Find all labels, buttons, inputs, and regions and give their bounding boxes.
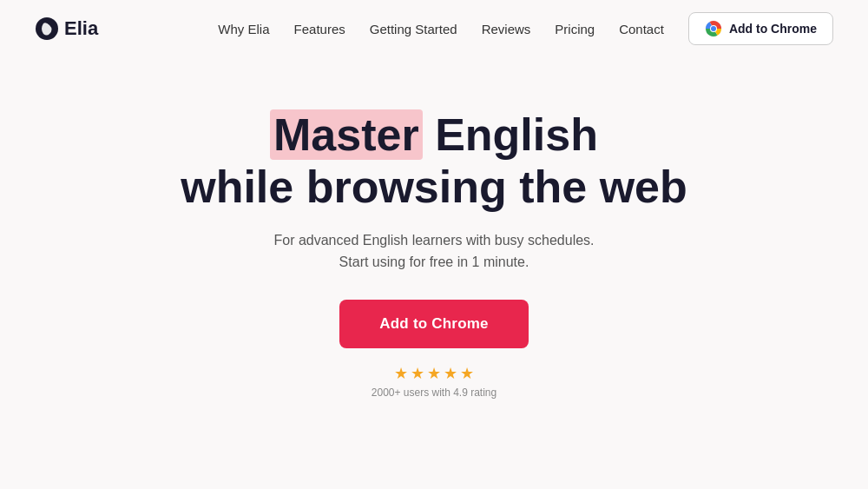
nav-why-elia[interactable]: Why Elia [218,22,269,36]
header: Elia Why Elia Features Getting Started R… [0,0,868,57]
logo-text: Elia [64,17,98,40]
nav-reviews[interactable]: Reviews [482,22,531,36]
hero-section: Master English while browsing the web Fo… [0,57,868,433]
hero-title-highlight: Master [270,109,423,160]
logo[interactable]: Elia [35,17,98,41]
nav-pricing[interactable]: Pricing [555,22,595,36]
nav-add-to-chrome-button[interactable]: Add to Chrome [688,12,833,45]
star-1: ★ [394,364,408,383]
star-2: ★ [411,364,424,383]
ratings-row: ★ ★ ★ ★ ★ 2000+ users with 4.9 rating [372,364,496,399]
hero-title: Master English while browsing the web [181,109,687,214]
star-3: ★ [427,364,441,383]
nav-getting-started[interactable]: Getting Started [370,22,457,36]
svg-point-3 [711,26,716,31]
nav-cta-label: Add to Chrome [729,22,817,36]
nav-contact[interactable]: Contact [619,22,664,36]
hero-add-to-chrome-button[interactable]: Add to Chrome [339,300,528,348]
chrome-icon [705,20,722,37]
star-rating: ★ ★ ★ ★ ★ [394,364,474,383]
logo-icon [35,17,59,41]
hero-subtitle: For advanced English learners with busy … [273,229,594,274]
star-5: ★ [460,364,474,383]
rating-text: 2000+ users with 4.9 rating [372,387,496,399]
star-4: ★ [444,364,457,383]
nav-features[interactable]: Features [294,22,345,36]
main-nav: Why Elia Features Getting Started Review… [218,12,833,45]
